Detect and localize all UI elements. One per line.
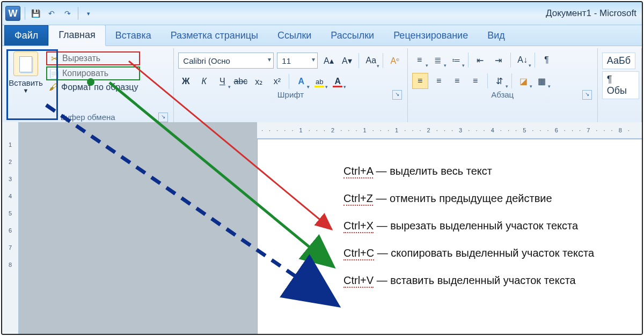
doc-line-2: Ctrl+Z — отменить предыдущее действие [343,192,631,205]
doc-line-4: Ctrl+C — скопировать выделенный участок … [343,247,631,259]
clear-formatting-button[interactable]: Aᵉ [387,53,402,68]
shading-button[interactable]: ◪ [516,73,531,88]
group-clipboard: Вставить ▼ ✂ Вырезать 📄 Копировать 🖌 Фор… [2,48,174,124]
quick-access-toolbar: 💾 ↶ ↷ ▾ [24,6,96,20]
window-title: Документ1 - Microsoft [546,8,639,19]
cut-button[interactable]: ✂ Вырезать [46,51,140,65]
borders-button[interactable]: ▦ [535,73,550,88]
tab-home[interactable]: Главная [48,25,106,46]
underline-button[interactable]: Ч [215,74,230,89]
group-clipboard-label: Буфер обмена [61,113,115,122]
font-color-button[interactable]: A [330,74,345,89]
brush-icon: 🖌 [48,83,58,92]
group-font-label: Шрифт [277,90,304,99]
font-size-combo[interactable]: 11 [277,53,318,69]
doc-line-3: Ctrl+X — вырезать выделенный участок тек… [343,220,631,232]
font-name-combo[interactable]: Calibri (Осно [178,53,274,69]
copy-button[interactable]: 📄 Копировать [46,66,140,80]
format-painter-label: Формат по образцу [61,83,138,92]
shrink-font-button[interactable]: A▾ [339,53,354,68]
justify-button[interactable]: ≡ [468,73,483,88]
bold-button[interactable]: Ж [178,74,193,89]
cut-label: Вырезать [62,54,100,63]
copy-icon: 📄 [49,69,59,78]
style-preview-2[interactable]: ¶ Обы [602,71,639,99]
strikethrough-button[interactable]: abc [233,74,248,89]
font-dialog-launcher[interactable]: ↘ [392,90,402,100]
scissors-icon: ✂ [49,54,59,63]
ribbon: Вставить ▼ ✂ Вырезать 📄 Копировать 🖌 Фор… [2,46,642,125]
clipboard-dialog-launcher[interactable]: ↘ [158,113,168,122]
align-center-button[interactable]: ≡ [431,73,447,88]
tab-refs[interactable]: Ссылки [268,26,321,46]
paragraph-dialog-launcher[interactable]: ↘ [582,90,592,100]
decrease-indent-button[interactable]: ⇤ [473,53,488,68]
save-icon[interactable]: 💾 [28,6,42,20]
paste-button[interactable]: Вставить ▼ [6,48,45,94]
superscript-button[interactable]: x² [269,74,284,89]
tab-review[interactable]: Рецензирование [384,26,478,46]
style-preview-1[interactable]: АаБб [602,53,635,69]
line-spacing-button[interactable]: ⇵ [492,73,507,88]
bullets-button[interactable]: ≡ [412,53,427,68]
italic-button[interactable]: К [196,74,211,89]
document-page[interactable]: Ctrl+A — выделить весь текст Ctrl+Z — от… [257,139,642,334]
doc-line-5: Ctrl+V — вставить выделенный участок тек… [343,274,631,287]
subscript-button[interactable]: x₂ [251,74,266,89]
ribbon-tabs: Файл Главная Вставка Разметка страницы С… [2,25,642,46]
increase-indent-button[interactable]: ⇥ [491,53,506,68]
align-right-button[interactable]: ≡ [450,73,465,88]
tab-layout[interactable]: Разметка страницы [161,26,268,46]
tab-insert[interactable]: Вставка [106,26,161,46]
show-marks-button[interactable]: ¶ [539,53,554,68]
margin-area [19,122,257,334]
redo-icon[interactable]: ↷ [61,6,75,20]
numbering-button[interactable]: ≣ [430,53,445,68]
vertical-ruler: 1 2 3 4 5 6 7 8 [2,122,19,334]
word-app-icon: W [5,6,20,21]
group-paragraph: ≡ ≣ ≔ ⇤ ⇥ A↓ ¶ ≡ ≡ ≡ ≡ ⇵ [408,48,598,124]
group-paragraph-label: Абзац [491,90,514,99]
group-font: Calibri (Осно 11 A▴ A▾ Aa Aᵉ Ж К Ч abc x… [174,48,407,124]
align-left-button[interactable]: ≡ [412,73,428,89]
document-workspace: 1 2 3 4 5 6 7 8 · · · · · 1 · · · 2 · · … [2,122,642,334]
tab-mail[interactable]: Рассылки [321,26,384,46]
title-bar: W 💾 ↶ ↷ ▾ Документ1 - Microsoft [2,2,642,25]
multilevel-button[interactable]: ≔ [449,53,464,68]
undo-icon[interactable]: ↶ [45,6,58,20]
horizontal-ruler: · · · · · 1 · · · 2 · · · 1 · · · 1 · · … [257,122,642,139]
grow-font-button[interactable]: A▴ [321,53,336,68]
text-effects-button[interactable]: A [294,74,309,89]
doc-line-1: Ctrl+A — выделить весь текст [343,165,631,177]
change-case-button[interactable]: Aa [363,53,378,68]
annotation-dot [87,78,94,86]
paste-icon [13,51,38,76]
highlight-button[interactable]: ab [312,74,327,89]
paste-label: Вставить [9,78,43,87]
group-styles: АаБб ¶ Обы [598,48,642,124]
copy-label: Копировать [62,69,108,78]
qat-more-icon[interactable]: ▾ [82,6,96,20]
chevron-down-icon[interactable]: ▼ [23,87,29,94]
sort-button[interactable]: A↓ [515,53,530,68]
tab-view[interactable]: Вид [478,26,515,46]
tab-file[interactable]: Файл [4,25,48,46]
